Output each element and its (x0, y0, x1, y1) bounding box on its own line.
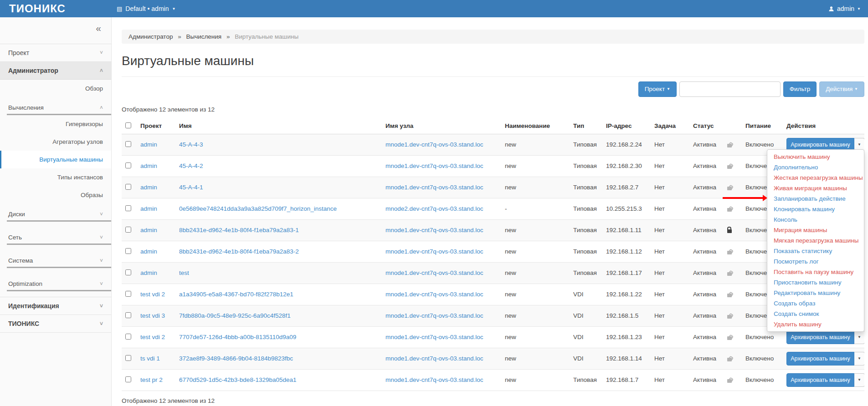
archive-vm-button[interactable]: Архивировать машину (786, 352, 854, 365)
host-link[interactable]: mnode1.dev-cnt7q-ovs-03.stand.loc (385, 248, 483, 255)
menu-item-schedule-action[interactable]: Запланировать действие (767, 193, 864, 204)
menu-item-pause[interactable]: Поставить на паузу машину (767, 267, 864, 277)
project-link[interactable]: test vdi 3 (140, 312, 165, 319)
host-link[interactable]: mnode1.dev-cnt7q-ovs-03.stand.loc (385, 355, 483, 362)
search-input[interactable] (679, 81, 781, 97)
actions-button[interactable]: Действия ▼ (819, 81, 864, 97)
menu-item-console[interactable]: Консоль (767, 214, 864, 225)
menu-item-soft-reboot[interactable]: Мягкая перезагрузка машины (767, 235, 864, 246)
sidebar-item-images[interactable]: Образы (0, 186, 111, 204)
row-select-checkbox[interactable] (125, 376, 131, 382)
cell-naming: new (501, 177, 570, 198)
host-link[interactable]: mnode1.dev-cnt7q-ovs-03.stand.loc (385, 312, 483, 319)
vm-name-link[interactable]: 8bb2431e-d962-4e1b-80f4-f1eba79a2a83-2 (179, 248, 299, 255)
select-all-checkbox[interactable] (125, 122, 131, 128)
project-link[interactable]: admin (140, 184, 157, 191)
menu-item-suspend[interactable]: Приостановить машину (767, 277, 864, 288)
breadcrumb-admin[interactable]: Администратор (128, 33, 173, 40)
host-link[interactable]: mnode1.dev-cnt7q-ovs-03.stand.loc (385, 269, 483, 276)
row-select-checkbox[interactable] (125, 141, 131, 147)
row-select-checkbox[interactable] (125, 248, 131, 254)
host-link[interactable]: mnode2.dev-cnt7q-ovs-03.stand.loc (385, 205, 483, 212)
vm-name-link[interactable]: 45-A-4-3 (179, 141, 203, 148)
vm-name-link[interactable]: 45-A-4-1 (179, 184, 203, 191)
project-link[interactable]: admin (140, 205, 157, 212)
menu-item-migrate[interactable]: Миграция машины (767, 225, 864, 235)
menu-item-statistics[interactable]: Показать статистику (767, 246, 864, 256)
vm-name-link[interactable]: 7fdb880a-09c5-48e9-925c-6a90c4f528f1 (179, 312, 291, 319)
row-actions-toggle[interactable]: ▼ (854, 330, 864, 344)
menu-item-hard-reboot[interactable]: Жесткая перезагрузка машины (767, 173, 864, 183)
sidebar-section-project[interactable]: Проект˅ (0, 44, 111, 61)
sidebar-section-tionix[interactable]: ТИОНИКС˅ (0, 315, 111, 333)
menu-item-clone[interactable]: Клонировать машину (767, 204, 864, 214)
project-link[interactable]: admin (140, 269, 157, 276)
menu-item-live-migrate[interactable]: Живая миграция машины (767, 183, 864, 193)
sidebar-collapse-button[interactable]: « (0, 17, 111, 37)
cell-naming: new (501, 326, 570, 348)
sidebar-section-optimization[interactable]: Optimization˅ (0, 274, 111, 291)
row-actions-toggle[interactable]: ▼ (854, 373, 864, 387)
project-link[interactable]: test vdi 2 (140, 291, 165, 298)
vm-name-link[interactable]: 8bb2431e-d962-4e1b-80f4-f1eba79a2a83-1 (179, 227, 299, 233)
vm-name-link[interactable]: 45-A-4-2 (179, 162, 203, 169)
row-actions-toggle[interactable]: ▼ (854, 352, 864, 365)
row-select-checkbox[interactable] (125, 269, 131, 275)
sidebar-item-flavors[interactable]: Типы инстансов (0, 168, 111, 186)
project-link[interactable]: admin (140, 162, 157, 169)
menu-item-create-snapshot[interactable]: Создать снимок (767, 309, 864, 319)
row-select-checkbox[interactable] (125, 312, 131, 318)
project-link[interactable]: admin (140, 248, 157, 255)
sidebar-section-volumes[interactable]: Диски˅ (0, 204, 111, 222)
sidebar-section-identity[interactable]: Идентификация˅ (0, 297, 111, 315)
project-link[interactable]: admin (140, 141, 157, 148)
project-link[interactable]: ts vdi 1 (140, 355, 160, 362)
menu-item-edit[interactable]: Редактировать машину (767, 288, 864, 298)
menu-item-power-off[interactable]: Выключить машину (767, 152, 864, 162)
row-select-checkbox[interactable] (125, 227, 131, 233)
filter-button[interactable]: Фильтр (783, 81, 817, 97)
project-filter-button[interactable]: Проект ▼ (638, 81, 677, 97)
menu-item-view-log[interactable]: Посмотреть лог (767, 256, 864, 267)
menu-item-delete[interactable]: Удалить машину (767, 319, 864, 330)
row-select-checkbox[interactable] (125, 291, 131, 297)
menu-item-create-image[interactable]: Создать образ (767, 298, 864, 309)
host-link[interactable]: mnode1.dev-cnt7q-ovs-03.stand.loc (385, 184, 483, 191)
domain-project-switcher[interactable]: ▤ Default • admin ▼ (112, 5, 828, 12)
host-link[interactable]: mnode1.dev-cnt7q-ovs-03.stand.loc (385, 141, 483, 148)
cell-status: Активна (689, 198, 724, 219)
project-link[interactable]: test pr 2 (140, 376, 163, 383)
host-link[interactable]: mnode1.dev-cnt7q-ovs-03.stand.loc (385, 162, 483, 169)
host-link[interactable]: mnode1.dev-cnt7q-ovs-03.stand.loc (385, 376, 483, 383)
vm-name-link[interactable]: 0e5689ee748241dda3a9a3a825d709f7_horizon… (179, 205, 337, 212)
archive-vm-button[interactable]: Архивировать машину (786, 330, 854, 344)
sidebar-section-compute[interactable]: Вычисления˄ (0, 97, 111, 115)
lock-icon (727, 294, 732, 297)
project-link[interactable]: test vdi 2 (140, 334, 165, 340)
row-select-checkbox[interactable] (125, 184, 131, 190)
row-select-checkbox[interactable] (125, 334, 131, 340)
sidebar-section-network[interactable]: Сеть˅ (0, 227, 111, 245)
host-link[interactable]: mnode1.dev-cnt7q-ovs-03.stand.loc (385, 227, 483, 233)
row-select-checkbox[interactable] (125, 162, 131, 168)
vm-name-link[interactable]: 372ae8f9-3489-4866-9b04-8184b9823fbc (179, 355, 293, 362)
project-link[interactable]: admin (140, 227, 157, 233)
menu-item-advanced[interactable]: Дополнительно (767, 162, 864, 173)
sidebar-item-virtual-machines[interactable]: Виртуальные машины (0, 151, 111, 168)
vm-name-link[interactable]: a1a34905-e5a8-4367-bd70-f82f278b12e1 (179, 291, 293, 298)
sidebar-item-host-aggregates[interactable]: Агрегаторы узлов (0, 133, 111, 151)
sidebar-item-overview[interactable]: Обзор (0, 80, 111, 97)
sidebar-item-hypervisors[interactable]: Гипервизоры (0, 115, 111, 133)
row-select-checkbox[interactable] (125, 205, 131, 211)
row-select-checkbox[interactable] (125, 355, 131, 361)
sidebar-section-system[interactable]: Система˅ (0, 250, 111, 268)
user-menu[interactable]: admin ▼ (828, 5, 868, 12)
vm-name-link[interactable]: test (179, 269, 189, 276)
host-link[interactable]: mnode1.dev-cnt7q-ovs-03.stand.loc (385, 291, 483, 298)
vm-name-link[interactable]: 6770d529-1d5c-42b3-bde8-1329ba05dea1 (179, 376, 296, 383)
archive-vm-button[interactable]: Архивировать машину (786, 373, 854, 387)
breadcrumb-compute[interactable]: Вычисления (186, 33, 221, 40)
host-link[interactable]: mnode1.dev-cnt7q-ovs-03.stand.loc (385, 334, 483, 340)
vm-name-link[interactable]: 7707de57-126d-4bbb-a00b-8135110d9a09 (179, 334, 296, 340)
sidebar-section-admin[interactable]: Администратор˄ (0, 61, 111, 80)
